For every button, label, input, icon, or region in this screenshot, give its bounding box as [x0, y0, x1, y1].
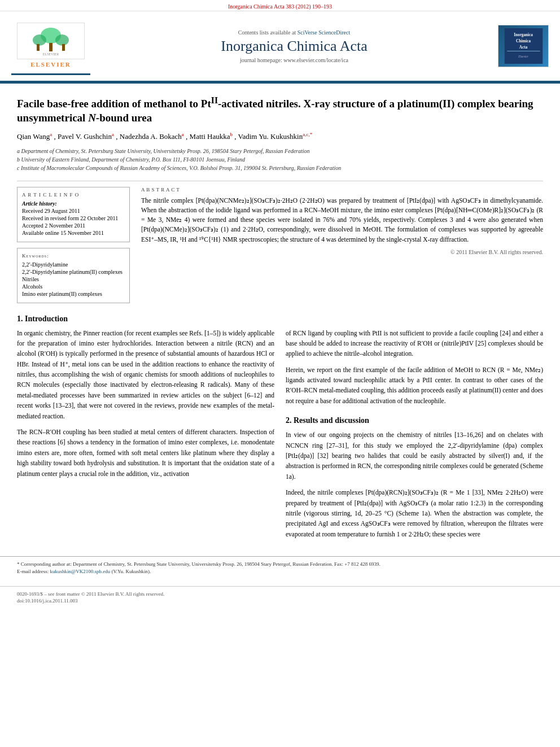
corresponding-author-note: * Corresponding author at: Department of… [17, 561, 543, 567]
journal-logo-right: Inorganica Chimica Acta Elsevier [498, 25, 549, 67]
authors-line: Qian Wanga , Pavel V. Gushchina , Nadezh… [17, 131, 543, 142]
received-date: Received 29 August 2011 [22, 208, 125, 214]
introduction-title: 1. Introduction [17, 314, 543, 324]
elsevier-wordmark: ELSEVIER [30, 61, 71, 68]
intro-right-paragraph-1: of RCN ligand by coupling with PtII is n… [286, 328, 543, 359]
footer-area: 0020-1693/$ – see front matter © 2011 El… [0, 586, 560, 609]
keyword-2: 2,2′-Dipyridylamine platinum(II) complex… [22, 269, 125, 275]
journal-logo-icon: Inorganica Chimica Acta Elsevier [502, 28, 545, 64]
svg-text:ELSEVIER: ELSEVIER [43, 53, 59, 56]
svg-rect-4 [49, 43, 53, 51]
journal-title: Inorganica Chimica Acta [102, 38, 487, 55]
abstract-heading: A B S T R A C T [141, 187, 543, 193]
article-history-label: Article history: [22, 200, 125, 207]
affiliations: a Department of Chemistry, St. Petersbur… [17, 147, 543, 172]
results-paragraph-1: In view of our ongoing projects on the c… [286, 430, 543, 482]
homepage-line: journal homepage: www.elsevier.com/locat… [102, 57, 487, 63]
affiliation-a: a Department of Chemistry, St. Petersbur… [17, 147, 543, 155]
keyword-3: Nitriles [22, 276, 125, 282]
article-title: Facile base-free addition of methanol to… [17, 95, 543, 125]
journal-header: ELSEVIER ELSEVIER Contents lists availab… [0, 11, 560, 82]
keyword-5: Imino ester platinum(II) complexes [22, 291, 125, 297]
abstract-text: The nitrile complex [Pt(dpa)(NCNMe₂)₂](S… [141, 196, 543, 244]
article-info-abstract-row: A R T I C L E I N F O Article history: R… [17, 181, 543, 303]
intro-paragraph-2: The RCN–R′OH coupling has been studied a… [17, 427, 274, 479]
keywords-box: Keywords: 2,2′-Dipyridylamine 2,2′-Dipyr… [17, 248, 130, 303]
available-online-date: Available online 15 November 2011 [22, 230, 125, 236]
introduction-body: In organic chemistry, the Pinner reactio… [17, 328, 543, 545]
issn-line: 0020-1693/$ – see front matter © 2011 El… [17, 591, 543, 597]
revised-date: Received in revised form 22 October 2011 [22, 215, 125, 221]
accepted-date: Accepted 2 November 2011 [22, 222, 125, 229]
journal-center: Contents lists available at SciVerse Sci… [90, 29, 498, 63]
elsevier-tree-icon: ELSEVIER [20, 24, 82, 58]
email-line: E-mail address: kukushkin@VK2100.spb.edu… [17, 569, 543, 574]
svg-text:Acta: Acta [519, 45, 527, 50]
svg-text:Inorganica: Inorganica [514, 33, 533, 37]
intro-left-col: In organic chemistry, the Pinner reactio… [17, 328, 274, 545]
article-info-box: A R T I C L E I N F O Article history: R… [17, 187, 130, 242]
sciverse-line: Contents lists available at SciVerse Sci… [102, 29, 487, 36]
footnote-section: * Corresponding author at: Department of… [0, 556, 560, 580]
doi-line: doi:10.1016/j.ica.2011.11.003 [17, 598, 543, 604]
svg-rect-5 [37, 44, 40, 51]
left-info-col: A R T I C L E I N F O Article history: R… [17, 187, 130, 303]
abstract-col: A B S T R A C T The nitrile complex [Pt(… [141, 187, 543, 303]
results-paragraph-2: Indeed, the nitrile complexes [Pt(dpa)(R… [286, 487, 543, 539]
svg-text:Chimica: Chimica [516, 39, 531, 43]
intro-right-col: of RCN ligand by coupling with PtII is n… [286, 328, 543, 545]
sciverse-link[interactable]: SciVerse ScienceDirect [298, 29, 351, 36]
author-email-link[interactable]: kukushkin@VK2100.spb.edu [50, 569, 110, 574]
svg-text:Elsevier: Elsevier [518, 55, 529, 58]
main-content: Facile base-free addition of methanol to… [0, 86, 560, 556]
elsevier-logo-area: ELSEVIER ELSEVIER [11, 17, 90, 75]
keyword-1: 2,2′-Dipyridylamine [22, 261, 125, 268]
journal-ref-text: Inorganica Chimica Acta 383 (2012) 190–1… [228, 3, 332, 10]
copyright-line: © 2011 Elsevier B.V. All rights reserved… [141, 249, 543, 255]
keyword-4: Alcohols [22, 283, 125, 290]
svg-rect-6 [62, 44, 65, 51]
affiliation-b: b University of Eastern Finland, Departm… [17, 155, 543, 164]
keywords-heading: Keywords: [22, 253, 125, 259]
intro-paragraph-1: In organic chemistry, the Pinner reactio… [17, 328, 274, 422]
article-info-heading: A R T I C L E I N F O [22, 192, 125, 198]
results-title: 2. Results and discussion [286, 416, 543, 425]
affiliation-c: c Institute of Macromolecular Compounds … [17, 164, 543, 172]
intro-right-paragraph-2: Herein, we report on the first example o… [286, 365, 543, 407]
journal-reference: Inorganica Chimica Acta 383 (2012) 190–1… [0, 0, 560, 11]
